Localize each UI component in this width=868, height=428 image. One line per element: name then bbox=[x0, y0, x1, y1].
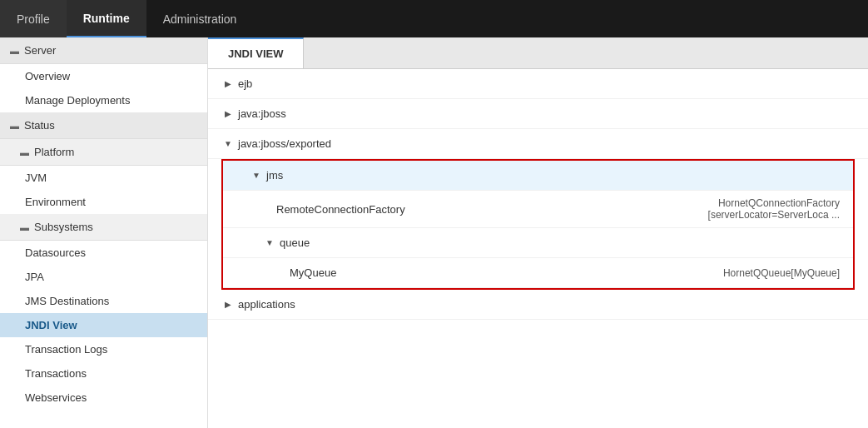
tree-label-java-jboss: java:jboss bbox=[238, 107, 286, 120]
tree-row-java-jboss[interactable]: ▶ java:jboss bbox=[208, 99, 868, 129]
collapse-icon-status: ▬ bbox=[10, 121, 19, 131]
sidebar-item-jpa[interactable]: JPA bbox=[0, 265, 207, 289]
tree-row-jms[interactable]: ▼ jms bbox=[223, 161, 853, 191]
toggle-icon-java-jboss-exported: ▼ bbox=[221, 137, 235, 151]
sidebar-item-transactions[interactable]: Transactions bbox=[0, 361, 207, 386]
sidebar-item-manage-deployments[interactable]: Manage Deployments bbox=[0, 88, 207, 112]
sidebar-section-subsystems[interactable]: ▬ Subsystems bbox=[0, 214, 207, 241]
tree-row-myqueue[interactable]: MyQueue HornetQQueue[MyQueue] bbox=[223, 258, 853, 288]
tree-row-applications[interactable]: ▶ applications bbox=[208, 290, 868, 320]
toggle-icon-queue: ▼ bbox=[263, 236, 276, 250]
tree-value-remote-connection-factory: HornetQConnectionFactory[serverLocator=S… bbox=[708, 197, 840, 221]
toggle-icon-java-jboss: ▶ bbox=[221, 107, 235, 121]
jndi-content[interactable]: ▶ ejb ▶ java:jboss ▼ java:jboss/exported bbox=[208, 69, 868, 428]
collapse-icon-server: ▬ bbox=[10, 46, 19, 56]
collapse-icon-subsystems: ▬ bbox=[20, 222, 29, 232]
tree-label-queue: queue bbox=[280, 236, 310, 249]
sidebar-item-transaction-logs[interactable]: Transaction Logs bbox=[0, 337, 207, 361]
tree-label-myqueue: MyQueue bbox=[290, 266, 336, 279]
sidebar-section-platform[interactable]: ▬ Platform bbox=[0, 139, 207, 166]
tab-jndi-view[interactable]: JNDI VIEW bbox=[208, 37, 304, 68]
sidebar-item-overview[interactable]: Overview bbox=[0, 64, 207, 88]
sidebar-item-jndi-view[interactable]: JNDI View bbox=[0, 313, 207, 337]
tree-label-applications: applications bbox=[238, 298, 295, 311]
tree-label-jms: jms bbox=[266, 169, 283, 182]
tab-administration[interactable]: Administration bbox=[146, 0, 254, 37]
content-tab-bar: JNDI VIEW bbox=[208, 37, 868, 69]
content-area: JNDI VIEW ▶ ejb ▶ java:jboss bbox=[208, 37, 868, 428]
tree-label-ejb: ejb bbox=[238, 77, 252, 90]
main-layout: ▬ Server Overview Manage Deployments ▬ S… bbox=[0, 37, 868, 428]
top-navigation: Profile Runtime Administration bbox=[0, 0, 868, 37]
sidebar-item-jvm[interactable]: JVM bbox=[0, 166, 207, 190]
jndi-red-box: ▼ jms RemoteConnectionFactory HornetQCon… bbox=[221, 159, 855, 290]
sidebar-section-status[interactable]: ▬ Status bbox=[0, 112, 207, 139]
sidebar-item-environment[interactable]: Environment bbox=[0, 190, 207, 214]
sidebar-section-server[interactable]: ▬ Server bbox=[0, 37, 207, 64]
toggle-icon-ejb: ▶ bbox=[221, 77, 235, 91]
tree-row-queue[interactable]: ▼ queue bbox=[223, 228, 853, 258]
sidebar-item-jms-destinations[interactable]: JMS Destinations bbox=[0, 289, 207, 313]
tab-profile[interactable]: Profile bbox=[0, 0, 67, 37]
sidebar-item-webservices[interactable]: Webservices bbox=[0, 386, 207, 410]
toggle-icon-jms: ▼ bbox=[250, 169, 263, 182]
sidebar-item-datasources[interactable]: Datasources bbox=[0, 241, 207, 265]
tree-label-remote-connection-factory: RemoteConnectionFactory bbox=[276, 203, 405, 216]
tree-row-ejb[interactable]: ▶ ejb bbox=[208, 69, 868, 99]
toggle-icon-applications: ▶ bbox=[221, 298, 235, 311]
tree-row-remote-connection-factory[interactable]: RemoteConnectionFactory HornetQConnectio… bbox=[223, 191, 853, 228]
tree-label-java-jboss-exported: java:jboss/exported bbox=[238, 137, 331, 150]
tree-row-java-jboss-exported[interactable]: ▼ java:jboss/exported bbox=[208, 129, 868, 159]
tab-runtime[interactable]: Runtime bbox=[67, 0, 146, 37]
tree-value-myqueue: HornetQQueue[MyQueue] bbox=[723, 267, 840, 279]
sidebar: ▬ Server Overview Manage Deployments ▬ S… bbox=[0, 37, 208, 428]
collapse-icon-platform: ▬ bbox=[20, 147, 29, 157]
